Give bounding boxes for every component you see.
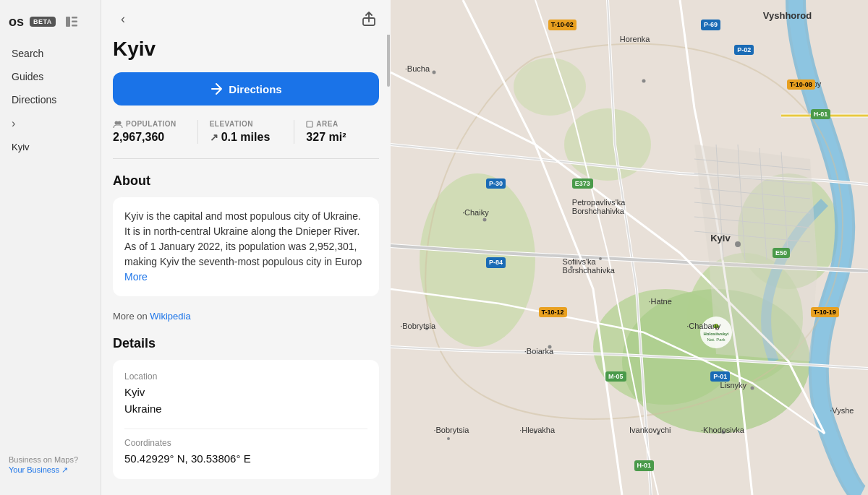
- coordinates-group: Coordinates 50.42929° N, 30.53806° E: [124, 438, 367, 468]
- road-badge-t1019: T-10-19: [811, 307, 839, 318]
- app-name: os: [9, 14, 24, 30]
- sidebar-item-guides[interactable]: Guides: [9, 66, 92, 87]
- wikipedia-link[interactable]: Wikipedia: [150, 311, 190, 322]
- detail-divider: [124, 429, 367, 429]
- svg-rect-3: [72, 25, 77, 27]
- area-value: 327 mi²: [306, 131, 379, 144]
- svg-point-33: [735, 241, 741, 247]
- directions-label: Directions: [229, 83, 281, 95]
- panel-header: ‹: [101, 0, 391, 35]
- svg-rect-2: [72, 21, 77, 23]
- svg-text:Nat. Park: Nat. Park: [707, 337, 726, 342]
- svg-point-41: [722, 431, 726, 434]
- road-badge-t1002: T-10-02: [548, 20, 576, 30]
- road-badge-p01: P-01: [710, 371, 730, 382]
- sidebar-business: Business on Maps? Your Business ↗: [0, 447, 101, 483]
- coordinates-label: Coordinates: [124, 438, 367, 448]
- svg-rect-7: [307, 121, 312, 127]
- svg-text:Holosiivskyi: Holosiivskyi: [703, 332, 728, 336]
- stat-population: POPULATION 2,967,360: [113, 120, 198, 144]
- back-button[interactable]: ‹: [113, 9, 133, 29]
- svg-point-35: [548, 345, 552, 349]
- location-label: Location: [124, 371, 367, 382]
- road-badge-t1008: T-10-08: [787, 79, 815, 90]
- sidebar-header: os BETA: [0, 12, 101, 43]
- sidebar: os BETA Search Guides Directions › Kyiv …: [0, 0, 101, 495]
- about-title: About: [101, 173, 391, 197]
- stats-row: POPULATION 2,967,360 ELEVATION ↗ 0.1 mil…: [101, 120, 391, 158]
- more-link[interactable]: More: [124, 271, 148, 283]
- road-badge-e373: E373: [572, 178, 593, 189]
- svg-point-28: [642, 79, 646, 83]
- coordinates-value: 50.42929° N, 30.53806° E: [124, 451, 367, 468]
- share-button[interactable]: [359, 9, 379, 29]
- sidebar-item-directions[interactable]: Directions: [9, 90, 92, 110]
- area-label: AREA: [306, 120, 379, 128]
- svg-point-38: [447, 437, 450, 440]
- svg-rect-1: [72, 17, 77, 19]
- directions-button[interactable]: Directions: [113, 72, 379, 106]
- about-text: Kyiv is the capital and most populous ci…: [124, 209, 367, 285]
- svg-point-39: [534, 431, 537, 434]
- road-badge-p30: P-30: [486, 178, 506, 189]
- road-badge-e50: E50: [773, 248, 790, 259]
- sidebar-icon: [66, 17, 77, 27]
- divider-1: [113, 158, 379, 159]
- road-badge-p84: P-84: [486, 257, 506, 268]
- svg-point-32: [599, 257, 602, 260]
- elevation-value: ↗ 0.1 miles: [210, 131, 283, 144]
- svg-rect-0: [66, 17, 70, 27]
- svg-text:🌳: 🌳: [712, 323, 720, 330]
- population-value: 2,967,360: [113, 131, 186, 144]
- square-icon: [306, 121, 313, 128]
- sidebar-business-text: Business on Maps?: [9, 455, 92, 464]
- city-title: Kyiv: [101, 35, 391, 72]
- sidebar-navigation: Search Guides Directions › Kyiv: [0, 43, 101, 157]
- about-card: Kyiv is the capital and most populous ci…: [113, 197, 379, 296]
- map-svg: 🌳 Holosiivskyi Nat. Park: [391, 0, 868, 495]
- people-icon: [113, 121, 123, 128]
- details-title: Details: [101, 336, 391, 360]
- svg-point-40: [657, 432, 660, 435]
- stat-elevation: ELEVATION ↗ 0.1 miles: [210, 120, 295, 144]
- location-value: Kyiv Ukraine: [124, 384, 367, 417]
- svg-point-13: [514, 58, 586, 116]
- road-badge-h01-bottom: H-01: [634, 460, 655, 471]
- sidebar-business-link[interactable]: Your Business ↗: [9, 465, 92, 475]
- stat-area: AREA 327 mi²: [306, 120, 379, 144]
- directions-icon: [210, 82, 223, 95]
- svg-point-31: [570, 266, 573, 269]
- road-badge-p69: P-69: [701, 20, 720, 30]
- location-group: Location Kyiv Ukraine: [124, 371, 367, 417]
- details-card: Location Kyiv Ukraine Coordinates 50.429…: [113, 360, 379, 479]
- road-badge-p02: P-02: [734, 45, 754, 56]
- sidebar-recent-kyiv[interactable]: Kyiv: [9, 137, 92, 157]
- wikipedia-section: More on Wikipedia: [101, 305, 391, 336]
- svg-point-6: [118, 121, 122, 124]
- road-badge-h01-top: H-01: [811, 109, 831, 120]
- beta-badge: BETA: [30, 17, 56, 27]
- svg-point-30: [483, 218, 487, 222]
- road-badge-t1012: T-10-12: [539, 307, 567, 318]
- road-badge-m05: M-05: [605, 371, 626, 382]
- population-label: POPULATION: [113, 120, 186, 128]
- svg-point-37: [751, 387, 754, 390]
- map-area[interactable]: 🌳 Holosiivskyi Nat. Park Vyshhorod Horen…: [391, 0, 868, 495]
- sidebar-item-search[interactable]: Search: [9, 43, 92, 64]
- sidebar-toggle-button[interactable]: [61, 12, 82, 32]
- elevation-label: ELEVATION: [210, 120, 283, 128]
- svg-point-29: [433, 71, 436, 74]
- share-icon: [362, 12, 375, 26]
- sidebar-expand-button[interactable]: ›: [9, 113, 92, 134]
- panel-scroll-area[interactable]: ‹ Kyiv Directions: [101, 0, 391, 495]
- svg-point-34: [425, 327, 428, 330]
- location-panel: ‹ Kyiv Directions: [101, 0, 391, 495]
